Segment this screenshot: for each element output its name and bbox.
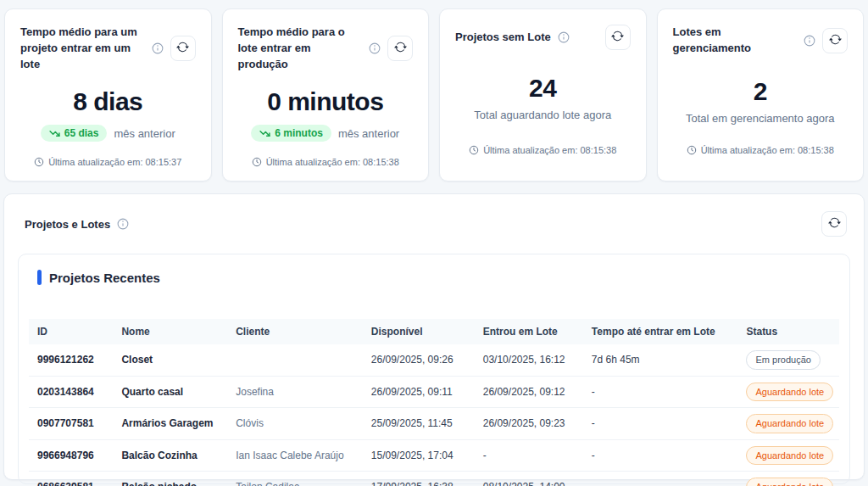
trend-badge-value: 6 minutos (275, 127, 323, 139)
cell-id: 9966948796 (29, 439, 113, 472)
cell-disponivel: 17/09/2025, 16:38 (363, 472, 475, 486)
table-row[interactable]: 9966948796Balcão CozinhaIan Isaac Calebe… (29, 439, 839, 472)
refresh-icon (611, 30, 624, 45)
table-row[interactable]: 9996121262Closet26/09/2025, 09:2603/10/2… (29, 344, 839, 376)
recent-projects-title: Projetos Recentes (49, 271, 160, 285)
column-header: Nome (113, 319, 227, 344)
kpi-title: Tempo médio para o lote entrar em produç… (238, 25, 363, 73)
kpi-subtitle: Total em gerenciamento agora (686, 112, 835, 125)
column-header: Cliente (227, 319, 363, 344)
clock-icon (34, 157, 44, 167)
cell-tempo: - (583, 408, 738, 440)
clock-icon (469, 145, 479, 155)
cell-nome: Quarto casal (113, 376, 227, 408)
kpi-subtitle: Total aguardando lote agora (474, 109, 611, 121)
cell-nome: Closet (113, 344, 227, 376)
cell-id: 0203143864 (29, 376, 113, 408)
refresh-button[interactable] (822, 28, 848, 53)
refresh-button[interactable] (605, 25, 631, 50)
last-update-text: Última atualização em: 08:15:38 (701, 145, 834, 155)
info-icon[interactable] (558, 31, 570, 43)
cell-tempo: - (583, 439, 738, 472)
projects-table: IDNomeClienteDisponívelEntrou em LoteTem… (29, 319, 839, 486)
trend-badge-suffix: mês anterior (338, 127, 399, 140)
column-header: ID (29, 319, 113, 344)
cell-disponivel: 25/09/2025, 11:45 (363, 408, 475, 440)
cell-id: 0686639581 (29, 472, 113, 486)
kpi-card-lotes-gerenciamento: Lotes em gerenciamento 2 Total em gerenc… (657, 8, 865, 182)
kpi-card-projetos-sem-lote: Projetos sem Lote 24 Total aguardando lo… (439, 8, 647, 182)
cell-tempo: - (583, 376, 738, 408)
section-refresh-button[interactable] (821, 211, 847, 237)
accent-bar (37, 270, 42, 285)
cell-entrou: 26/09/2025, 09:12 (475, 376, 583, 408)
cell-cliente (227, 344, 363, 376)
status-badge: Aguardando lote (746, 414, 833, 433)
kpi-card-projeto-lote: Tempo médio para um projeto entrar em um… (4, 8, 212, 182)
kpi-value: 24 (529, 74, 556, 103)
cell-tempo: 7d 6h 45m (583, 344, 738, 376)
status-badge: Aguardando lote (746, 446, 833, 466)
kpi-title: Tempo médio para um projeto entrar em um… (20, 25, 145, 73)
table-row[interactable]: 0203143864Quarto casalJosefina26/09/2025… (29, 376, 839, 408)
info-icon[interactable] (152, 42, 164, 54)
trend-badge: 6 minutos (251, 125, 331, 142)
refresh-icon (828, 216, 841, 232)
cell-nome: Balcão nichado (113, 472, 227, 486)
cell-nome: Armários Garagem (113, 408, 227, 440)
cell-cliente: Josefina (227, 376, 363, 408)
cell-status: Aguardando lote (737, 472, 839, 486)
info-icon[interactable] (804, 35, 815, 47)
refresh-icon (829, 33, 842, 48)
trend-badge-suffix: mês anterior (114, 127, 175, 140)
cell-cliente: Tailon Cadilac (227, 472, 363, 486)
cell-cliente: Clóvis (227, 408, 363, 440)
clock-icon (687, 145, 697, 155)
kpi-title: Lotes em gerenciamento (673, 25, 798, 57)
trending-down-icon (259, 128, 270, 139)
trending-down-icon (49, 128, 60, 139)
info-icon[interactable] (117, 218, 129, 230)
status-badge: Aguardando lote (746, 383, 833, 402)
status-badge: Aguardando lote (746, 478, 833, 486)
column-header: Disponível (363, 319, 475, 344)
kpi-card-lote-producao: Tempo médio para o lote entrar em produç… (222, 8, 430, 182)
refresh-icon (394, 41, 407, 56)
refresh-button[interactable] (387, 36, 413, 61)
refresh-button[interactable] (170, 36, 196, 61)
trend-badge-value: 65 dias (64, 127, 99, 139)
recent-projects-card: Projetos Recentes IDNomeClienteDisponíve… (18, 254, 850, 484)
table-body: 9996121262Closet26/09/2025, 09:2603/10/2… (29, 344, 839, 486)
kpi-value: 2 (754, 77, 767, 106)
cell-id: 0907707581 (29, 408, 113, 440)
info-icon[interactable] (369, 42, 381, 54)
column-header: Status (737, 319, 839, 344)
cell-nome: Balcão Cozinha (113, 439, 227, 472)
section-projetos-e-lotes: Projetos e Lotes Projetos Recentes IDNom… (3, 193, 865, 480)
table-row[interactable]: 0686639581Balcão nichadoTailon Cadilac17… (29, 472, 839, 486)
status-badge: Em produção (746, 350, 820, 370)
cell-status: Em produção (737, 344, 839, 376)
refresh-icon (176, 41, 189, 56)
trend-badge: 65 dias (41, 125, 108, 142)
last-update-text: Última atualização em: 08:15:37 (48, 157, 181, 167)
cell-status: Aguardando lote (737, 439, 839, 472)
column-header: Tempo até entrar em Lote (583, 319, 738, 344)
cell-status: Aguardando lote (737, 376, 839, 408)
cell-id: 9996121262 (29, 344, 113, 376)
table-row[interactable]: 0907707581Armários GaragemClóvis25/09/20… (29, 408, 839, 440)
cell-cliente: Ian Isaac Calebe Araújo (227, 439, 363, 472)
cell-disponivel: 15/09/2025, 17:04 (363, 439, 475, 472)
cell-disponivel: 26/09/2025, 09:11 (363, 376, 475, 408)
cell-tempo: - (583, 472, 738, 486)
cell-status: Aguardando lote (737, 408, 839, 440)
table-header-row: IDNomeClienteDisponívelEntrou em LoteTem… (29, 319, 839, 344)
cell-entrou: 26/09/2025, 09:23 (475, 408, 583, 440)
last-update-text: Última atualização em: 08:15:38 (266, 157, 399, 167)
cell-entrou: 08/10/2025, 14:00 (475, 472, 583, 486)
kpi-row: Tempo médio para um projeto entrar em um… (0, 0, 868, 182)
cell-disponivel: 26/09/2025, 09:26 (363, 344, 475, 376)
kpi-value: 8 dias (73, 87, 142, 116)
last-update-text: Última atualização em: 08:15:38 (483, 145, 616, 155)
column-header: Entrou em Lote (475, 319, 583, 344)
